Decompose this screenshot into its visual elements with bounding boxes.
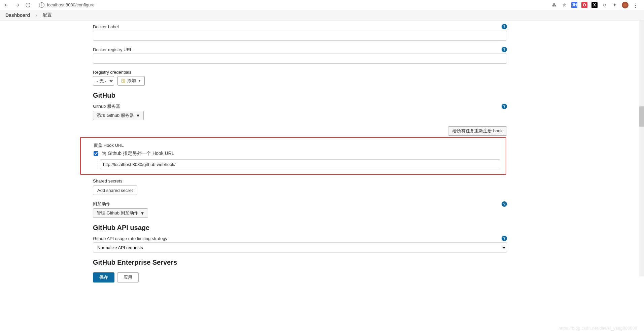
breadcrumb-current: 配置 [42,12,52,18]
docker-registry-url-label: Docker registry URL [93,47,132,52]
menu-icon[interactable]: ⋮ [633,2,639,8]
back-icon[interactable] [3,2,9,8]
avatar[interactable] [622,2,629,8]
field-docker-label: Docker Label ? [93,24,507,41]
override-hook-label: 覆盖 Hook URL [94,143,124,148]
breadcrumb-dashboard[interactable]: Dashboard [5,12,30,18]
shared-secrets-label: Shared secrets [93,178,122,184]
add-shared-secret-button[interactable]: Add shared secret [93,186,137,195]
caret-down-icon: ▼ [136,113,140,118]
docker-registry-url-input[interactable] [93,54,507,64]
api-strategy-select[interactable]: Normalize API requests [93,242,507,253]
field-docker-registry-url: Docker registry URL ? [93,47,507,64]
field-registry-credentials: Registry credentials - 无 - ⚿ 添加 ▼ [93,70,507,86]
field-shared-secrets: Shared secrets Add shared secret [93,178,507,195]
breadcrumb: Dashboard › 配置 [0,10,644,21]
field-github-servers: Github 服务器 ? 添加 Github 服务器 ▼ [93,103,507,120]
override-hook-highlight: 覆盖 Hook URL 为 Github 指定另外一个 Hook URL [80,137,506,175]
caret-down-icon: ▼ [140,211,145,216]
help-icon[interactable]: ? [502,47,507,52]
section-heading-enterprise: GitHub Enterprise Servers [93,259,507,266]
apply-button[interactable]: 应用 [117,272,139,282]
hook-url-input[interactable] [100,159,500,169]
docker-label-label: Docker Label [93,24,119,29]
save-button[interactable]: 保存 [93,272,114,282]
browser-toolbar: i localhost:8080/configure ⁂ ☆ JH O X ☺ … [0,0,644,10]
add-credentials-label: 添加 [127,78,136,84]
manage-github-actions-button[interactable]: 管理 Github 附加动作 ▼ [93,208,148,218]
scrollbar-thumb[interactable] [639,106,644,127]
forward-icon[interactable] [14,2,20,8]
site-info-icon[interactable]: i [39,2,44,8]
section-heading-api-usage: GitHub API usage [93,224,507,232]
docker-label-input[interactable] [93,31,507,41]
section-heading-github: GitHub [93,92,507,99]
extra-actions-label: 附加动作 [93,201,110,207]
footer-buttons: 保存 应用 [93,272,507,282]
scrollbar[interactable] [639,21,644,276]
help-icon[interactable]: ? [502,104,507,109]
override-hook-checkbox[interactable] [94,151,98,156]
help-icon[interactable]: ? [502,201,507,207]
field-extra-actions: 附加动作 ? 管理 Github 附加动作 ▼ [93,201,507,218]
translate-icon[interactable]: ⁂ [551,2,557,8]
star-icon[interactable]: ☆ [561,2,567,8]
extension-person-icon[interactable]: ☺ [602,2,608,8]
extension-x-icon[interactable]: X [591,2,598,8]
field-api-strategy: Github API usage rate limiting strategy … [93,236,507,253]
chevron-right-icon: › [35,12,37,18]
extension-jh-icon[interactable]: JH [571,2,577,8]
github-servers-label: Github 服务器 [93,103,120,109]
override-hook-checkbox-label: 为 Github 指定另外一个 Hook URL [102,151,174,157]
manage-github-actions-label: 管理 Github 附加动作 [97,210,138,216]
credentials-select[interactable]: - 无 - [93,76,114,86]
address-bar[interactable]: i localhost:8080/configure [39,2,546,8]
api-strategy-label: Github API usage rate limiting strategy [93,236,167,241]
help-icon[interactable]: ? [502,24,507,29]
reload-icon[interactable] [25,2,31,8]
caret-down-icon: ▼ [138,79,141,82]
reregister-hooks-button[interactable]: 给所有任务重新注册 hook [448,126,507,136]
extensions-area: ⁂ ☆ JH O X ☺ ✦ ⋮ [551,2,641,8]
add-github-server-button[interactable]: 添加 Github 服务器 ▼ [93,111,144,120]
registry-credentials-label: Registry credentials [93,70,131,75]
help-icon[interactable]: ? [502,236,507,241]
main-content: Docker Label ? Docker registry URL ? Reg… [93,21,507,282]
puzzle-icon[interactable]: ✦ [612,2,618,8]
extension-o-icon[interactable]: O [581,2,587,8]
url-text: localhost:8080/configure [47,2,95,7]
add-credentials-button[interactable]: ⚿ 添加 ▼ [117,76,145,86]
add-github-server-label: 添加 Github 服务器 [97,112,134,119]
key-icon: ⚿ [121,78,125,83]
